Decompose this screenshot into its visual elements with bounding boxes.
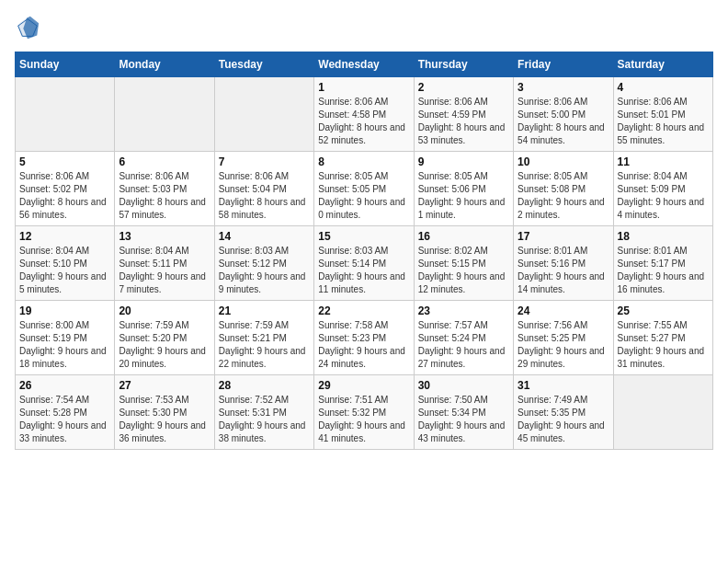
day-info: Sunrise: 8:06 AM Sunset: 5:02 PM Dayligh… bbox=[19, 170, 110, 222]
day-number: 24 bbox=[518, 304, 609, 317]
day-info: Sunrise: 7:53 AM Sunset: 5:30 PM Dayligh… bbox=[119, 394, 210, 445]
calendar-cell: 28Sunrise: 7:52 AM Sunset: 5:31 PM Dayli… bbox=[214, 375, 313, 450]
day-info: Sunrise: 8:05 AM Sunset: 5:05 PM Dayligh… bbox=[318, 170, 409, 222]
day-number: 4 bbox=[618, 81, 709, 94]
calendar-cell: 13Sunrise: 8:04 AM Sunset: 5:11 PM Dayli… bbox=[115, 226, 214, 301]
day-number: 26 bbox=[19, 379, 110, 392]
day-number: 6 bbox=[119, 155, 210, 168]
logo bbox=[15, 15, 44, 40]
day-header-wednesday: Wednesday bbox=[314, 52, 414, 77]
day-number: 16 bbox=[418, 230, 509, 243]
day-number: 8 bbox=[318, 155, 409, 168]
page-header bbox=[15, 15, 713, 40]
calendar-cell: 1Sunrise: 8:06 AM Sunset: 4:58 PM Daylig… bbox=[314, 77, 414, 152]
calendar-cell: 8Sunrise: 8:05 AM Sunset: 5:05 PM Daylig… bbox=[314, 152, 414, 226]
day-number: 19 bbox=[19, 304, 110, 317]
day-info: Sunrise: 8:06 AM Sunset: 4:59 PM Dayligh… bbox=[418, 96, 509, 147]
day-number: 10 bbox=[518, 155, 609, 168]
day-info: Sunrise: 7:55 AM Sunset: 5:27 PM Dayligh… bbox=[618, 319, 709, 371]
calendar-cell bbox=[16, 77, 115, 152]
day-info: Sunrise: 7:51 AM Sunset: 5:32 PM Dayligh… bbox=[318, 394, 409, 445]
calendar-cell: 14Sunrise: 8:03 AM Sunset: 5:12 PM Dayli… bbox=[214, 226, 313, 301]
day-header-sunday: Sunday bbox=[16, 52, 115, 77]
day-number: 13 bbox=[119, 230, 210, 243]
calendar-cell: 16Sunrise: 8:02 AM Sunset: 5:15 PM Dayli… bbox=[414, 226, 513, 301]
calendar-cell: 18Sunrise: 8:01 AM Sunset: 5:17 PM Dayli… bbox=[613, 226, 712, 301]
day-number: 7 bbox=[219, 155, 310, 168]
day-info: Sunrise: 8:03 AM Sunset: 5:12 PM Dayligh… bbox=[219, 245, 310, 296]
day-number: 15 bbox=[318, 230, 409, 243]
calendar-cell: 9Sunrise: 8:05 AM Sunset: 5:06 PM Daylig… bbox=[414, 152, 513, 226]
day-info: Sunrise: 7:50 AM Sunset: 5:34 PM Dayligh… bbox=[418, 394, 509, 445]
calendar-cell: 12Sunrise: 8:04 AM Sunset: 5:10 PM Dayli… bbox=[16, 226, 115, 301]
day-info: Sunrise: 8:05 AM Sunset: 5:08 PM Dayligh… bbox=[518, 170, 609, 222]
day-number: 12 bbox=[19, 230, 110, 243]
calendar-cell: 3Sunrise: 8:06 AM Sunset: 5:00 PM Daylig… bbox=[514, 77, 613, 152]
calendar-cell: 30Sunrise: 7:50 AM Sunset: 5:34 PM Dayli… bbox=[414, 375, 513, 450]
day-header-friday: Friday bbox=[514, 52, 613, 77]
day-info: Sunrise: 8:06 AM Sunset: 5:00 PM Dayligh… bbox=[518, 96, 609, 147]
day-number: 25 bbox=[618, 304, 709, 317]
calendar-cell: 24Sunrise: 7:56 AM Sunset: 5:25 PM Dayli… bbox=[514, 301, 613, 375]
day-number: 11 bbox=[618, 155, 709, 168]
days-header-row: SundayMondayTuesdayWednesdayThursdayFrid… bbox=[16, 52, 713, 77]
day-info: Sunrise: 8:04 AM Sunset: 5:11 PM Dayligh… bbox=[119, 245, 210, 296]
day-number: 14 bbox=[219, 230, 310, 243]
day-header-thursday: Thursday bbox=[414, 52, 513, 77]
day-info: Sunrise: 8:06 AM Sunset: 5:01 PM Dayligh… bbox=[618, 96, 709, 147]
day-info: Sunrise: 8:02 AM Sunset: 5:15 PM Dayligh… bbox=[418, 245, 509, 296]
calendar-cell: 11Sunrise: 8:04 AM Sunset: 5:09 PM Dayli… bbox=[613, 152, 712, 226]
day-info: Sunrise: 8:01 AM Sunset: 5:16 PM Dayligh… bbox=[518, 245, 609, 296]
calendar-cell: 10Sunrise: 8:05 AM Sunset: 5:08 PM Dayli… bbox=[514, 152, 613, 226]
day-number: 17 bbox=[518, 230, 609, 243]
day-number: 29 bbox=[318, 379, 409, 392]
day-info: Sunrise: 7:59 AM Sunset: 5:20 PM Dayligh… bbox=[119, 319, 210, 371]
day-info: Sunrise: 7:58 AM Sunset: 5:23 PM Dayligh… bbox=[318, 319, 409, 371]
day-header-saturday: Saturday bbox=[613, 52, 712, 77]
calendar-cell: 29Sunrise: 7:51 AM Sunset: 5:32 PM Dayli… bbox=[314, 375, 414, 450]
week-row-4: 19Sunrise: 8:00 AM Sunset: 5:19 PM Dayli… bbox=[16, 301, 713, 375]
day-number: 18 bbox=[618, 230, 709, 243]
calendar-cell: 20Sunrise: 7:59 AM Sunset: 5:20 PM Dayli… bbox=[115, 301, 214, 375]
calendar-cell: 19Sunrise: 8:00 AM Sunset: 5:19 PM Dayli… bbox=[16, 301, 115, 375]
calendar-cell: 7Sunrise: 8:06 AM Sunset: 5:04 PM Daylig… bbox=[214, 152, 313, 226]
day-number: 5 bbox=[19, 155, 110, 168]
day-number: 22 bbox=[318, 304, 409, 317]
day-info: Sunrise: 8:00 AM Sunset: 5:19 PM Dayligh… bbox=[19, 319, 110, 371]
logo-icon bbox=[15, 15, 40, 40]
day-number: 1 bbox=[318, 81, 409, 94]
calendar-cell: 23Sunrise: 7:57 AM Sunset: 5:24 PM Dayli… bbox=[414, 301, 513, 375]
day-info: Sunrise: 7:52 AM Sunset: 5:31 PM Dayligh… bbox=[219, 394, 310, 445]
calendar-cell bbox=[214, 77, 313, 152]
week-row-1: 1Sunrise: 8:06 AM Sunset: 4:58 PM Daylig… bbox=[16, 77, 713, 152]
day-info: Sunrise: 7:54 AM Sunset: 5:28 PM Dayligh… bbox=[19, 394, 110, 445]
calendar-cell: 5Sunrise: 8:06 AM Sunset: 5:02 PM Daylig… bbox=[16, 152, 115, 226]
day-number: 28 bbox=[219, 379, 310, 392]
calendar-cell: 17Sunrise: 8:01 AM Sunset: 5:16 PM Dayli… bbox=[514, 226, 613, 301]
calendar-cell: 6Sunrise: 8:06 AM Sunset: 5:03 PM Daylig… bbox=[115, 152, 214, 226]
day-number: 2 bbox=[418, 81, 509, 94]
calendar-cell: 25Sunrise: 7:55 AM Sunset: 5:27 PM Dayli… bbox=[613, 301, 712, 375]
day-info: Sunrise: 8:04 AM Sunset: 5:09 PM Dayligh… bbox=[618, 170, 709, 222]
day-number: 30 bbox=[418, 379, 509, 392]
calendar-cell bbox=[613, 375, 712, 450]
calendar-cell bbox=[115, 77, 214, 152]
week-row-3: 12Sunrise: 8:04 AM Sunset: 5:10 PM Dayli… bbox=[16, 226, 713, 301]
day-number: 31 bbox=[518, 379, 609, 392]
day-info: Sunrise: 8:05 AM Sunset: 5:06 PM Dayligh… bbox=[418, 170, 509, 222]
day-info: Sunrise: 8:01 AM Sunset: 5:17 PM Dayligh… bbox=[618, 245, 709, 296]
day-info: Sunrise: 8:03 AM Sunset: 5:14 PM Dayligh… bbox=[318, 245, 409, 296]
calendar-cell: 31Sunrise: 7:49 AM Sunset: 5:35 PM Dayli… bbox=[514, 375, 613, 450]
day-info: Sunrise: 7:49 AM Sunset: 5:35 PM Dayligh… bbox=[518, 394, 609, 445]
day-info: Sunrise: 7:57 AM Sunset: 5:24 PM Dayligh… bbox=[418, 319, 509, 371]
calendar-cell: 22Sunrise: 7:58 AM Sunset: 5:23 PM Dayli… bbox=[314, 301, 414, 375]
day-info: Sunrise: 8:06 AM Sunset: 5:03 PM Dayligh… bbox=[119, 170, 210, 222]
calendar-cell: 21Sunrise: 7:59 AM Sunset: 5:21 PM Dayli… bbox=[214, 301, 313, 375]
day-header-tuesday: Tuesday bbox=[214, 52, 313, 77]
day-info: Sunrise: 7:56 AM Sunset: 5:25 PM Dayligh… bbox=[518, 319, 609, 371]
day-number: 27 bbox=[119, 379, 210, 392]
week-row-2: 5Sunrise: 8:06 AM Sunset: 5:02 PM Daylig… bbox=[16, 152, 713, 226]
day-header-monday: Monday bbox=[115, 52, 214, 77]
calendar-table: SundayMondayTuesdayWednesdayThursdayFrid… bbox=[15, 52, 713, 450]
calendar-cell: 26Sunrise: 7:54 AM Sunset: 5:28 PM Dayli… bbox=[16, 375, 115, 450]
